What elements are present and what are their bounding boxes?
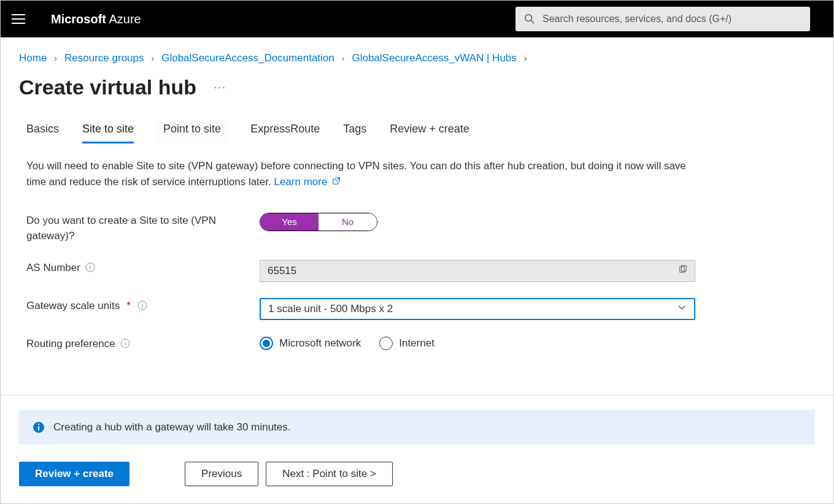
create-gateway-label: Do you want to create a Site to site (VP… bbox=[26, 213, 260, 244]
radio-internet[interactable]: Internet bbox=[379, 337, 434, 350]
search-input[interactable] bbox=[542, 13, 801, 25]
tab-tags[interactable]: Tags bbox=[343, 123, 366, 143]
info-icon[interactable]: i bbox=[85, 262, 95, 272]
search-box[interactable] bbox=[515, 7, 810, 31]
as-number-value: 65515 bbox=[268, 265, 296, 277]
description-text: You will need to enable Site to site (VP… bbox=[26, 158, 689, 191]
info-banner-text: Creating a hub with a gateway will take … bbox=[53, 421, 290, 433]
svg-point-0 bbox=[525, 15, 532, 21]
hamburger-menu-icon[interactable] bbox=[12, 12, 26, 26]
scale-units-select[interactable]: 1 scale unit - 500 Mbps x 2 bbox=[260, 298, 695, 320]
tab-point-to-site[interactable]: Point to site bbox=[157, 123, 227, 143]
breadcrumb-documentation[interactable]: GlobalSecureAccess_Documentation bbox=[161, 52, 334, 64]
svg-line-1 bbox=[531, 21, 535, 24]
create-gateway-toggle[interactable]: Yes No bbox=[260, 213, 377, 231]
info-icon[interactable]: i bbox=[120, 338, 130, 348]
more-actions-icon[interactable]: ··· bbox=[214, 81, 226, 94]
info-icon[interactable]: i bbox=[137, 300, 147, 310]
toggle-yes[interactable]: Yes bbox=[260, 213, 319, 231]
svg-rect-11 bbox=[38, 426, 39, 430]
radio-label: Internet bbox=[399, 337, 434, 349]
previous-button[interactable]: Previous bbox=[185, 462, 258, 486]
chevron-down-icon bbox=[677, 302, 687, 315]
next-button[interactable]: Next : Point to site > bbox=[266, 462, 393, 486]
external-link-icon bbox=[332, 174, 341, 190]
row-as-number: AS Number i 65515 bbox=[26, 260, 808, 282]
review-create-button[interactable]: Review + create bbox=[19, 462, 129, 486]
content-area: You will need to enable Site to site (VP… bbox=[1, 143, 833, 351]
svg-rect-12 bbox=[38, 424, 39, 425]
info-icon bbox=[33, 421, 45, 433]
radio-circle-icon bbox=[379, 337, 393, 350]
radio-circle-icon bbox=[260, 337, 273, 350]
tab-expressroute[interactable]: ExpressRoute bbox=[250, 123, 320, 143]
as-number-field: 65515 bbox=[260, 260, 695, 282]
learn-more-link[interactable]: Learn more bbox=[274, 176, 341, 188]
page-title: Create virtual hub bbox=[19, 75, 196, 99]
radio-label: Microsoft network bbox=[279, 337, 361, 349]
row-create-gateway: Do you want to create a Site to site (VP… bbox=[26, 213, 808, 244]
radio-microsoft-network[interactable]: Microsoft network bbox=[260, 337, 361, 350]
footer-section: Creating a hub with a gateway will take … bbox=[1, 395, 833, 503]
page-title-row: Create virtual hub ··· bbox=[1, 64, 833, 104]
button-row: Review + create Previous Next : Point to… bbox=[1, 445, 833, 503]
row-routing-preference: Routing preference i Microsoft network I… bbox=[26, 336, 808, 352]
chevron-right-icon: › bbox=[342, 53, 345, 63]
top-header: Microsoft Azure bbox=[1, 1, 833, 37]
info-banner: Creating a hub with a gateway will take … bbox=[19, 410, 815, 445]
breadcrumb-vwan-hubs[interactable]: GlobalSecureAccess_vWAN | Hubs bbox=[352, 52, 516, 64]
as-number-label: AS Number i bbox=[26, 260, 260, 276]
tabs: Basics Site to site Point to site Expres… bbox=[1, 104, 833, 143]
svg-text:i: i bbox=[124, 340, 125, 347]
copy-icon[interactable] bbox=[678, 265, 687, 277]
svg-text:i: i bbox=[142, 302, 143, 309]
search-icon bbox=[524, 13, 535, 25]
brand-label: Microsoft Azure bbox=[51, 12, 141, 26]
chevron-right-icon: › bbox=[152, 53, 155, 63]
tab-review-create[interactable]: Review + create bbox=[390, 123, 469, 143]
svg-text:i: i bbox=[90, 264, 91, 271]
routing-radio-group: Microsoft network Internet bbox=[260, 337, 434, 350]
scale-units-value: 1 scale unit - 500 Mbps x 2 bbox=[268, 303, 393, 315]
row-scale-units: Gateway scale units * i 1 scale unit - 5… bbox=[26, 298, 808, 320]
tab-site-to-site[interactable]: Site to site bbox=[82, 123, 134, 143]
tab-basics[interactable]: Basics bbox=[26, 123, 59, 143]
chevron-right-icon: › bbox=[524, 53, 527, 63]
breadcrumb-resource-groups[interactable]: Resource groups bbox=[64, 52, 144, 64]
routing-preference-label: Routing preference i bbox=[26, 336, 260, 352]
breadcrumb: Home › Resource groups › GlobalSecureAcc… bbox=[1, 37, 833, 64]
breadcrumb-home[interactable]: Home bbox=[19, 52, 47, 64]
toggle-no[interactable]: No bbox=[319, 213, 377, 231]
form: Do you want to create a Site to site (VP… bbox=[26, 213, 808, 352]
scale-units-label: Gateway scale units * i bbox=[26, 298, 260, 314]
chevron-right-icon: › bbox=[54, 53, 57, 63]
